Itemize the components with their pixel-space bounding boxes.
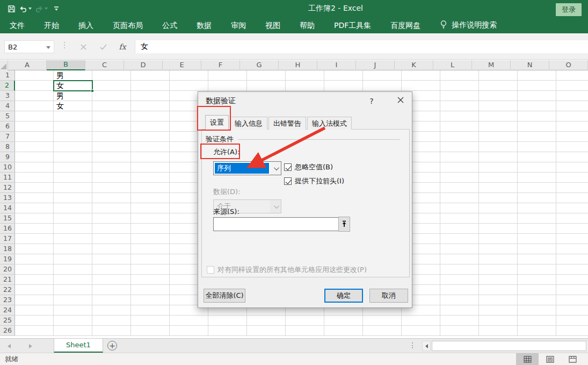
cell-B2[interactable]: 女: [54, 81, 92, 91]
save-icon[interactable]: [8, 5, 16, 13]
select-all-corner[interactable]: [0, 60, 8, 70]
tell-me-search[interactable]: 操作说明搜索: [440, 20, 497, 31]
apply-all-checkbox: 对有同样设置的所有其他单元格应用这些更改(P): [207, 265, 367, 275]
in-cell-dropdown-checkbox[interactable]: 提供下拉箭头(I): [284, 176, 344, 186]
column-header-M[interactable]: M: [472, 60, 511, 70]
ribbon-tab-插入[interactable]: 插入: [71, 17, 100, 33]
name-box-dropdown-icon[interactable]: [46, 46, 50, 49]
undo-icon[interactable]: [19, 5, 32, 13]
row-header-13[interactable]: 13: [0, 193, 15, 203]
ribbon-tab-视图[interactable]: 视图: [258, 17, 287, 33]
cancel-button[interactable]: 取消: [369, 289, 408, 303]
row-header-16[interactable]: 16: [0, 224, 15, 234]
checkbox-checked-icon[interactable]: [284, 163, 292, 171]
row-header-9[interactable]: 9: [0, 152, 15, 162]
ribbon-tab-审阅[interactable]: 审阅: [224, 17, 253, 33]
column-header-E[interactable]: E: [163, 60, 201, 70]
column-header-C[interactable]: C: [85, 60, 124, 70]
ignore-blank-checkbox[interactable]: 忽略空值(B): [284, 162, 333, 172]
row-header-21[interactable]: 21: [0, 275, 15, 285]
ribbon-tab-PDF工具集[interactable]: PDF工具集: [327, 17, 378, 33]
row-header-22[interactable]: 22: [0, 285, 15, 295]
row-header-18[interactable]: 18: [0, 244, 15, 254]
sheet-nav-left-icon[interactable]: [8, 344, 11, 348]
column-header-A[interactable]: A: [8, 60, 47, 70]
row-header-11[interactable]: 11: [0, 173, 15, 183]
row-header-5[interactable]: 5: [0, 111, 15, 121]
row-header-24[interactable]: 24: [0, 305, 15, 316]
row-header-19[interactable]: 19: [0, 254, 15, 264]
column-header-H[interactable]: H: [279, 60, 317, 70]
collapse-dialog-button[interactable]: [338, 217, 350, 232]
column-header-J[interactable]: J: [356, 60, 395, 70]
column-header-L[interactable]: L: [433, 60, 472, 70]
dialog-close-button[interactable]: [391, 93, 410, 107]
row-header-20[interactable]: 20: [0, 264, 15, 275]
ribbon-tab-开始[interactable]: 开始: [37, 17, 66, 33]
row-header-12[interactable]: 12: [0, 183, 15, 193]
in-cell-dropdown-label: 提供下拉箭头(I): [295, 176, 344, 186]
horizontal-scrollbar[interactable]: [431, 341, 588, 351]
sheet-nav-right-icon[interactable]: [29, 344, 32, 348]
dialog-help-button[interactable]: ?: [365, 95, 379, 107]
column-header-K[interactable]: K: [395, 60, 433, 70]
sign-in-button[interactable]: 登录: [556, 3, 582, 16]
insert-function-icon[interactable]: fx: [114, 40, 130, 53]
column-header-I[interactable]: I: [317, 60, 356, 70]
tabbar-splitter[interactable]: [412, 342, 413, 350]
formula-input[interactable]: 女: [135, 40, 588, 53]
ribbon-tab-公式[interactable]: 公式: [155, 17, 184, 33]
allow-combobox[interactable]: 序列: [213, 161, 281, 175]
chevron-down-icon: [273, 165, 279, 170]
hscroll-left-button[interactable]: [422, 341, 431, 351]
row-header-17[interactable]: 17: [0, 234, 15, 244]
dialog-tab-设置[interactable]: 设置: [205, 115, 229, 130]
row-header-23[interactable]: 23: [0, 295, 15, 305]
name-box[interactable]: B2: [4, 40, 54, 53]
column-header-B[interactable]: B: [47, 60, 85, 70]
ok-button[interactable]: 确定: [324, 289, 363, 303]
dialog-tab-出错警告[interactable]: 出错警告: [268, 117, 306, 130]
add-sheet-button[interactable]: +: [107, 341, 117, 350]
ribbon-tab-百度网盘[interactable]: 百度网盘: [383, 17, 427, 33]
dialog-tab-输入法模式[interactable]: 输入法模式: [307, 117, 352, 130]
customize-toolbar-icon[interactable]: [54, 6, 59, 11]
row-header-4[interactable]: 4: [0, 101, 15, 111]
column-header-O[interactable]: O: [549, 60, 588, 70]
column-header-G[interactable]: G: [240, 60, 279, 70]
ribbon-tab-文件[interactable]: 文件: [3, 17, 32, 33]
hscroll-thumb[interactable]: [432, 341, 586, 351]
column-header-F[interactable]: F: [201, 60, 240, 70]
row-header-3[interactable]: 3: [0, 91, 15, 101]
cell-B3[interactable]: 男: [54, 91, 92, 101]
row-header-10[interactable]: 10: [0, 162, 15, 173]
page-layout-view-button[interactable]: [539, 353, 561, 365]
source-input[interactable]: [213, 217, 339, 231]
ribbon-tab-页面布局[interactable]: 页面布局: [106, 17, 150, 33]
row-header-2[interactable]: 2: [0, 81, 15, 91]
cell-B4[interactable]: 女: [54, 101, 92, 111]
row-header-15[interactable]: 15: [0, 213, 15, 224]
checkbox-checked-icon[interactable]: [284, 177, 292, 185]
validation-criteria-label: 验证条件: [206, 134, 234, 144]
row-header-26[interactable]: 26: [0, 326, 15, 336]
ribbon-tab-帮助[interactable]: 帮助: [293, 17, 322, 33]
normal-view-button[interactable]: [516, 353, 539, 365]
row-header-14[interactable]: 14: [0, 203, 15, 213]
row-header-1[interactable]: 1: [0, 70, 15, 81]
page-break-view-button[interactable]: [561, 353, 584, 365]
column-header-N[interactable]: N: [511, 60, 549, 70]
ribbon-tab-数据[interactable]: 数据: [190, 17, 219, 33]
cell-B1[interactable]: 男: [54, 70, 92, 81]
row-header-7[interactable]: 7: [0, 132, 15, 142]
row-header-6[interactable]: 6: [0, 121, 15, 132]
row-header-8[interactable]: 8: [0, 142, 15, 152]
group-divider: [238, 139, 400, 140]
quick-access-toolbar: [0, 5, 59, 13]
column-header-D[interactable]: D: [124, 60, 163, 70]
row-header-25[interactable]: 25: [0, 316, 15, 326]
dialog-tab-输入信息[interactable]: 输入信息: [230, 117, 267, 130]
clear-all-button[interactable]: 全部清除(C): [204, 289, 245, 303]
sheet-tab-sheet1[interactable]: Sheet1: [54, 339, 103, 353]
allow-dropdown-button[interactable]: [270, 162, 281, 175]
